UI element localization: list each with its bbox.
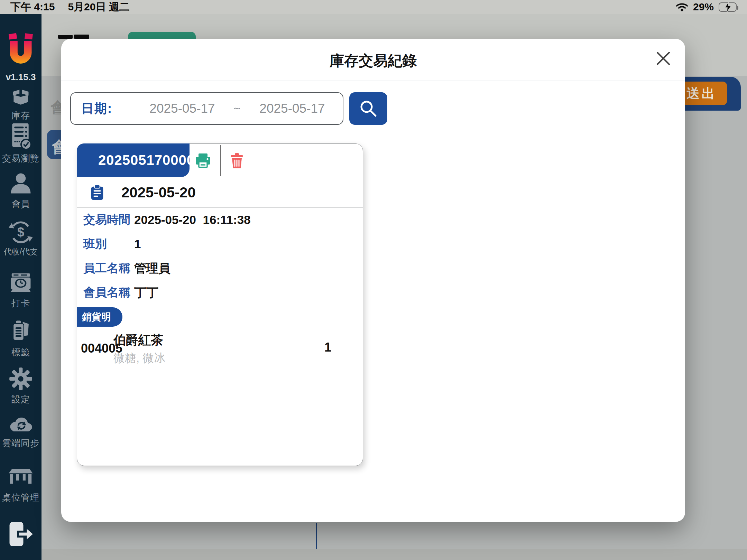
date-to-input[interactable]: 2025-05-17 [254,93,330,124]
sales-details-badge: 銷貨明細: [77,307,122,327]
svg-text:$: $ [17,225,24,239]
date-range-filter: 日期: 2025-05-17 ~ 2025-05-17 [70,92,343,125]
gear-icon [9,366,33,392]
exchange-dollar-icon: $ [8,220,33,245]
sidebar-item-transactions[interactable]: 交易瀏覽 [0,122,42,165]
item-options: 微糖, 微冰 [113,351,165,366]
field-value: 丁丁 [134,284,158,301]
field-value: 1 [134,237,141,251]
transaction-id-tab: 2025051700001 [77,143,190,177]
sidebar-item-table-management[interactable]: 桌位管理 [0,465,42,504]
field-label: 交易時間 [83,212,130,228]
background-bottom-strip [42,549,747,560]
sidebar-item-label: 代收/代支 [0,246,42,257]
sidebar-item-settings[interactable]: 設定 [0,366,42,405]
field-value: 2025-05-20 16:11:38 [134,213,251,227]
clock-time: 下午 4:15 [10,0,55,14]
sidebar-item-cloud-sync[interactable]: 雲端同步 [0,413,42,449]
app-version: v1.15.3 [0,72,42,83]
member-icon [9,170,33,197]
transaction-id: 2025051700001 [98,143,203,177]
logout-icon [7,520,35,548]
card-date-row: 2025-05-20 [77,177,363,208]
field-value: 管理員 [134,260,170,277]
sidebar-item-label: 雲端同步 [0,437,42,449]
sidebar-item-label: 桌位管理 [0,492,42,504]
sidebar: v1.15.3 庫存 交易瀏覽 [0,14,42,560]
status-bar: 下午 4:15 5月20日 週二 29% [0,0,747,14]
field-label: 員工名稱 [83,260,130,276]
sidebar-item-collect-pay[interactable]: $ 代收/代支 [0,220,42,257]
print-button[interactable] [195,152,211,169]
field-row: 班別 1 [77,232,363,256]
app-logo-icon [0,32,42,68]
obscured-title-text [58,35,73,39]
item-name: 伯爵紅茶 [113,332,163,349]
battery-icon [719,2,737,12]
item-quantity: 1 [316,340,340,355]
sidebar-item-labels[interactable]: 標籤 [0,317,42,358]
search-button[interactable] [349,92,387,125]
obscured-title-text [74,35,89,39]
clock-date: 5月20日 週二 [68,0,129,14]
calendar-icon [90,185,104,200]
search-icon [358,99,378,119]
transaction-card: 2025051700001 [77,143,363,466]
wifi-icon [676,2,688,12]
delete-button[interactable] [229,152,245,169]
sidebar-item-label: 會員 [0,198,42,210]
field-label: 會員名稱 [83,284,130,300]
field-row: 交易時間 2025-05-20 16:11:38 [77,208,363,232]
date-range-separator: ~ [228,93,246,124]
table-icon [8,465,34,490]
screen: 會 會 送出 v1.15.3 庫存 [0,0,747,560]
sidebar-item-label: 標籤 [0,346,42,358]
sidebar-item-label: 庫存 [0,110,42,122]
sidebar-item-logout[interactable] [0,520,42,548]
sidebar-item-label: 打卡 [0,297,42,309]
close-icon[interactable] [655,50,671,66]
tags-icon [9,317,33,345]
transaction-fields: 交易時間 2025-05-20 16:11:38 班別 1 員工名稱 管理員 會… [77,208,363,305]
transaction-date: 2025-05-20 [121,177,196,208]
field-row: 員工名稱 管理員 [77,256,363,280]
sidebar-item-label: 交易瀏覽 [0,152,42,165]
cloud-sync-icon [8,413,34,436]
modal-header-divider [61,81,685,81]
background-divider-line [316,523,317,549]
punch-clock-icon [9,269,33,296]
sidebar-item-label: 設定 [0,393,42,405]
sidebar-item-inventory[interactable]: 庫存 [0,87,42,122]
inventory-icon [10,87,31,108]
battery-percent: 29% [693,1,714,13]
sidebar-item-members[interactable]: 會員 [0,170,42,210]
inventory-transactions-modal: 庫存交易紀錄 日期: 2025-05-17 ~ 2025-05-17 20250… [61,39,685,522]
field-label: 班別 [83,236,107,252]
receipt-check-icon [9,122,32,151]
date-from-input[interactable]: 2025-05-17 [144,93,220,124]
sidebar-item-punch-clock[interactable]: 打卡 [0,269,42,309]
card-header-divider [220,145,221,176]
modal-title: 庫存交易紀錄 [61,51,685,71]
field-row: 會員名稱 丁丁 [77,280,363,305]
date-filter-label: 日期: [81,93,112,124]
